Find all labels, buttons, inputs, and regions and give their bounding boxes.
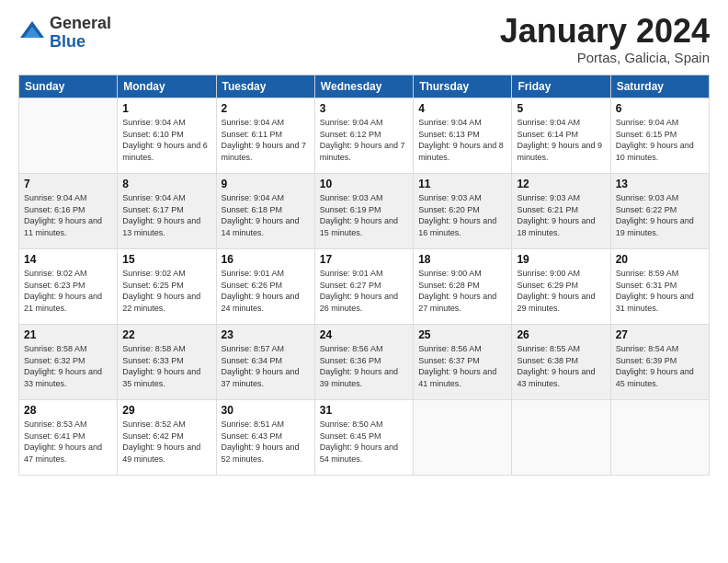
sunset-text: Sunset: 6:36 PM [320,356,381,365]
sunrise-text: Sunrise: 9:03 AM [616,193,679,202]
day-info: Sunrise: 9:04 AM Sunset: 6:13 PM Dayligh… [418,117,506,163]
sunset-text: Sunset: 6:29 PM [517,281,578,290]
table-row: 30 Sunrise: 8:51 AM Sunset: 6:43 PM Dayl… [216,400,314,476]
daylight-text: Daylight: 9 hours and 35 minutes. [122,367,200,388]
daylight-text: Daylight: 9 hours and 29 minutes. [517,292,595,313]
table-row: 6 Sunrise: 9:04 AM Sunset: 6:15 PM Dayli… [610,98,709,174]
day-info: Sunrise: 9:04 AM Sunset: 6:17 PM Dayligh… [122,192,210,238]
daylight-text: Daylight: 9 hours and 10 minutes. [616,141,694,162]
table-row: 28 Sunrise: 8:53 AM Sunset: 6:41 PM Dayl… [19,400,118,476]
sunrise-text: Sunrise: 9:01 AM [320,269,383,278]
day-number: 14 [24,253,112,266]
calendar: Sunday Monday Tuesday Wednesday Thursday… [18,75,710,476]
table-row: 31 Sunrise: 8:50 AM Sunset: 6:45 PM Dayl… [314,400,413,476]
sunset-text: Sunset: 6:33 PM [122,356,184,365]
sunrise-text: Sunrise: 8:51 AM [222,419,285,429]
logo-text: General Blue [50,15,111,52]
sunrise-text: Sunrise: 8:59 AM [616,269,679,278]
table-row: 24 Sunrise: 8:56 AM Sunset: 6:36 PM Dayl… [314,325,413,400]
day-number: 31 [320,404,408,417]
sunset-text: Sunset: 6:18 PM [222,205,283,214]
day-info: Sunrise: 9:04 AM Sunset: 6:12 PM Dayligh… [320,117,408,163]
daylight-text: Daylight: 9 hours and 45 minutes. [616,367,694,388]
day-number: 13 [616,178,704,190]
daylight-text: Daylight: 9 hours and 18 minutes. [517,216,595,237]
sunrise-text: Sunrise: 8:58 AM [24,344,87,353]
day-number: 19 [517,253,605,266]
daylight-text: Daylight: 9 hours and 8 minutes. [418,141,504,162]
sunrise-text: Sunrise: 8:53 AM [24,419,87,429]
day-info: Sunrise: 8:59 AM Sunset: 6:31 PM Dayligh… [616,268,704,314]
table-row: 3 Sunrise: 9:04 AM Sunset: 6:12 PM Dayli… [314,98,413,174]
daylight-text: Daylight: 9 hours and 33 minutes. [24,367,102,388]
day-info: Sunrise: 8:53 AM Sunset: 6:41 PM Dayligh… [24,419,112,465]
day-info: Sunrise: 8:51 AM Sunset: 6:43 PM Dayligh… [222,419,310,465]
col-sunday: Sunday [19,75,118,98]
col-thursday: Thursday [414,75,512,98]
sunrise-text: Sunrise: 9:00 AM [517,269,580,278]
day-info: Sunrise: 8:52 AM Sunset: 6:42 PM Dayligh… [122,419,210,465]
table-row: 2 Sunrise: 9:04 AM Sunset: 6:11 PM Dayli… [216,98,314,174]
daylight-text: Daylight: 9 hours and 54 minutes. [320,442,398,464]
day-number: 28 [24,404,112,417]
logo-icon [18,19,46,47]
sunset-text: Sunset: 6:43 PM [222,431,283,441]
day-info: Sunrise: 9:03 AM Sunset: 6:19 PM Dayligh… [320,192,408,238]
col-saturday: Saturday [610,75,709,98]
sunrise-text: Sunrise: 8:56 AM [320,344,383,353]
table-row: 29 Sunrise: 8:52 AM Sunset: 6:42 PM Dayl… [118,400,216,476]
day-number: 16 [222,253,310,266]
day-number: 3 [320,102,408,115]
month-title: January 2024 [500,15,710,48]
table-row: 5 Sunrise: 9:04 AM Sunset: 6:14 PM Dayli… [512,98,610,174]
sunrise-text: Sunrise: 8:50 AM [320,419,383,429]
sunset-text: Sunset: 6:34 PM [222,356,283,365]
sunrise-text: Sunrise: 9:02 AM [122,269,186,278]
sunset-text: Sunset: 6:26 PM [222,281,283,290]
sunset-text: Sunset: 6:20 PM [418,205,480,214]
table-row: 19 Sunrise: 9:00 AM Sunset: 6:29 PM Dayl… [512,249,610,325]
sunset-text: Sunset: 6:11 PM [222,130,283,139]
day-number: 12 [517,178,605,190]
daylight-text: Daylight: 9 hours and 31 minutes. [616,292,694,313]
daylight-text: Daylight: 9 hours and 22 minutes. [122,292,200,313]
daylight-text: Daylight: 9 hours and 16 minutes. [418,216,496,237]
table-row: 22 Sunrise: 8:58 AM Sunset: 6:33 PM Dayl… [118,325,216,400]
day-number: 10 [320,178,408,190]
calendar-week-row: 28 Sunrise: 8:53 AM Sunset: 6:41 PM Dayl… [19,400,710,476]
day-info: Sunrise: 8:55 AM Sunset: 6:38 PM Dayligh… [517,343,605,389]
day-info: Sunrise: 9:04 AM Sunset: 6:10 PM Dayligh… [122,117,210,163]
daylight-text: Daylight: 9 hours and 52 minutes. [222,442,300,464]
sunset-text: Sunset: 6:23 PM [24,281,85,290]
sunrise-text: Sunrise: 9:04 AM [616,118,679,127]
table-row: 21 Sunrise: 8:58 AM Sunset: 6:32 PM Dayl… [19,325,118,400]
daylight-text: Daylight: 9 hours and 47 minutes. [24,442,102,464]
day-number: 22 [122,328,210,341]
day-number: 21 [24,328,112,341]
day-info: Sunrise: 8:56 AM Sunset: 6:36 PM Dayligh… [320,343,408,389]
daylight-text: Daylight: 9 hours and 41 minutes. [418,367,496,388]
daylight-text: Daylight: 9 hours and 13 minutes. [122,216,200,237]
table-row: 27 Sunrise: 8:54 AM Sunset: 6:39 PM Dayl… [610,325,709,400]
sunrise-text: Sunrise: 8:56 AM [418,344,482,353]
sunset-text: Sunset: 6:10 PM [122,130,184,139]
table-row: 16 Sunrise: 9:01 AM Sunset: 6:26 PM Dayl… [216,249,314,325]
sunset-text: Sunset: 6:38 PM [517,356,578,365]
sunrise-text: Sunrise: 9:04 AM [24,193,87,202]
daylight-text: Daylight: 9 hours and 14 minutes. [222,216,300,237]
day-info: Sunrise: 9:00 AM Sunset: 6:28 PM Dayligh… [418,268,506,314]
sunrise-text: Sunrise: 9:03 AM [418,193,482,202]
day-number: 11 [418,178,506,190]
calendar-week-row: 21 Sunrise: 8:58 AM Sunset: 6:32 PM Dayl… [19,325,710,400]
logo: General Blue [18,15,111,52]
day-number: 1 [122,102,210,115]
day-number: 4 [418,102,506,115]
sunset-text: Sunset: 6:39 PM [616,356,677,365]
daylight-text: Daylight: 9 hours and 11 minutes. [24,216,102,237]
day-number: 17 [320,253,408,266]
day-number: 25 [418,328,506,341]
table-row: 20 Sunrise: 8:59 AM Sunset: 6:31 PM Dayl… [610,249,709,325]
sunset-text: Sunset: 6:45 PM [320,431,381,441]
sunset-text: Sunset: 6:17 PM [122,205,184,214]
title-block: January 2024 Portas, Galicia, Spain [500,15,710,65]
